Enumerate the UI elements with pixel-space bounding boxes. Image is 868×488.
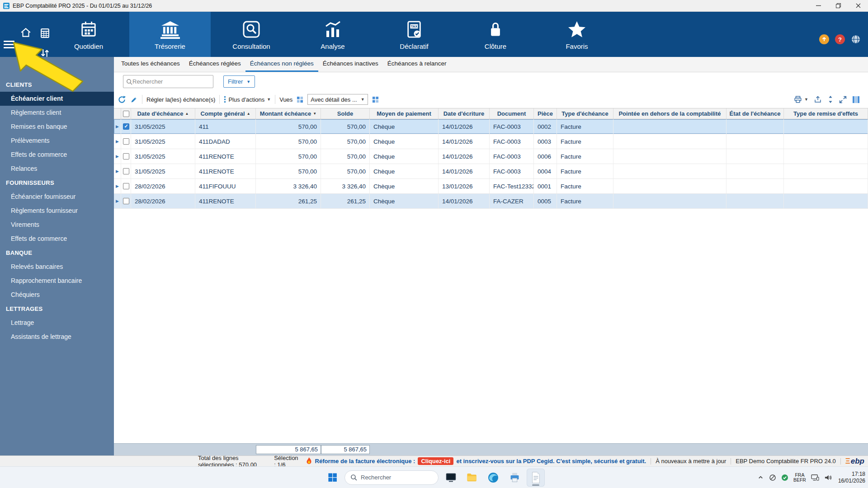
sidebar-item-rapprochement-bancaire[interactable]: Rapprochement bancaire — [0, 274, 114, 288]
module-tresorerie[interactable]: Trésorerie — [129, 12, 211, 57]
taskbar-search[interactable]: Rechercher — [344, 470, 439, 485]
taskbar-app-edge[interactable] — [484, 469, 502, 487]
export-icon[interactable] — [814, 95, 822, 103]
search-box[interactable] — [123, 75, 213, 88]
banner-rest[interactable]: et inscrivez-vous sur la PDP Cegid. C'es… — [456, 458, 646, 465]
sidebar-item-lettrage[interactable]: Lettrage — [0, 316, 114, 330]
column-header-1[interactable]: Compte général▲ — [195, 108, 256, 119]
filter-button[interactable]: Filtrer ▼ — [223, 75, 255, 88]
row-expand[interactable]: ▶ — [114, 194, 121, 208]
tab-1[interactable]: Échéances réglées — [184, 57, 245, 72]
close-button[interactable] — [848, 0, 868, 11]
column-header-4[interactable]: Moyen de paiement — [370, 108, 439, 119]
row-select[interactable] — [121, 119, 131, 134]
refresh-icon[interactable] — [118, 95, 126, 104]
column-header-3[interactable]: Solde — [321, 108, 370, 119]
module-declaratif[interactable]: TAXDéclaratif — [373, 12, 455, 57]
table-row[interactable]: ▶31/05/2025411570,00570,00Chèque14/01/20… — [114, 119, 868, 134]
sidebar-item-prelevements[interactable]: Prélèvements — [0, 134, 114, 148]
row-checkbox[interactable] — [123, 183, 129, 189]
views-grid-icon[interactable] — [297, 96, 303, 103]
tab-0[interactable]: Toutes les échéances — [117, 57, 184, 72]
edit-pencil-icon[interactable] — [130, 96, 138, 103]
status-online-icon[interactable] — [781, 474, 788, 481]
columns-icon[interactable] — [852, 96, 860, 103]
sidebar-item-virements[interactable]: Virements — [0, 218, 114, 232]
module-consultation[interactable]: Consultation — [211, 12, 292, 57]
column-header-0[interactable]: Date d'échéance▲ — [131, 108, 195, 119]
globe-icon[interactable] — [851, 34, 861, 44]
module-cloture[interactable]: Clôture — [455, 12, 536, 57]
table-row[interactable]: ▶28/02/2026411FIFOUUU3 326,403 326,40Chè… — [114, 179, 868, 194]
taskbar-app-ebp[interactable] — [505, 469, 524, 487]
expand-vertical-icon[interactable] — [827, 95, 834, 103]
table-row[interactable]: ▶31/05/2025411RENOTE570,00570,00Chèque14… — [114, 164, 868, 179]
sidebar-item-assistants-de-lettrage[interactable]: Assistants de lettrage — [0, 330, 114, 344]
tab-2[interactable]: Échéances non réglées — [245, 57, 318, 72]
sidebar-item-reglements-client[interactable]: Règlements client — [0, 106, 114, 120]
row-select[interactable] — [121, 179, 131, 193]
row-checkbox[interactable] — [123, 138, 129, 145]
row-select[interactable] — [121, 164, 131, 178]
sidebar-item-releves-bancaires[interactable]: Relevés bancaires — [0, 260, 114, 274]
row-select[interactable] — [121, 149, 131, 164]
regler-echeances-button[interactable]: Régler la(les) échéance(s) — [146, 96, 215, 103]
volume-icon[interactable] — [824, 474, 832, 481]
start-button[interactable] — [323, 469, 341, 487]
updates-indicator[interactable]: À nouveaux à mettre à jour — [656, 458, 726, 465]
help-icon[interactable]: ? — [835, 34, 845, 44]
tab-3[interactable]: Échéances inactives — [318, 57, 383, 72]
calculator-icon[interactable] — [37, 25, 52, 41]
column-header-8[interactable]: Type d'échéance — [557, 108, 613, 119]
module-favoris[interactable]: Favoris — [536, 12, 618, 57]
language-indicator[interactable]: FRA BEFR — [793, 473, 806, 483]
sidebar-item-relances[interactable]: Relances — [0, 162, 114, 176]
row-select[interactable] — [121, 134, 131, 149]
sidebar-item-echeancier-fournisseur[interactable]: Échéancier fournisseur — [0, 190, 114, 204]
search-input[interactable] — [132, 78, 210, 85]
taskbar-app-document[interactable] — [527, 469, 545, 487]
row-expand[interactable]: ▶ — [114, 179, 121, 193]
row-checkbox[interactable] — [123, 123, 129, 130]
clock[interactable]: 17:18 16/01/2026 — [838, 471, 865, 484]
column-header-11[interactable]: Type de remise d'effets — [784, 108, 868, 119]
sidebar-item-effets-de-commerce-fournisseurs[interactable]: Effets de commerce — [0, 232, 114, 246]
table-row[interactable]: ▶31/05/2025411DADAD570,00570,00Chèque14/… — [114, 134, 868, 149]
module-quotidien[interactable]: Quotidien — [48, 12, 129, 57]
row-expand[interactable]: ▶ — [114, 134, 121, 149]
taskbar-app-console[interactable] — [442, 469, 460, 487]
vues-select[interactable]: Avec détail des ... ▼ — [307, 94, 368, 105]
maximize-button[interactable] — [828, 0, 848, 11]
home-icon[interactable] — [18, 25, 33, 41]
row-expand[interactable]: ▶ — [114, 119, 121, 134]
print-button[interactable]: ▼ — [794, 95, 808, 103]
row-checkbox[interactable] — [123, 168, 129, 174]
hamburger-menu-icon[interactable] — [4, 41, 14, 48]
plus-actions-button[interactable]: Plus d'actions ▼ — [224, 96, 271, 103]
notification-icon[interactable] — [819, 34, 829, 44]
module-analyse[interactable]: Analyse — [292, 12, 373, 57]
display-icon[interactable] — [811, 474, 819, 481]
row-checkbox[interactable] — [123, 153, 129, 160]
row-expand[interactable]: ▶ — [114, 149, 121, 164]
select-all-checkbox[interactable] — [123, 111, 129, 117]
sidebar-item-echeancier-client[interactable]: Échéancier client — [0, 92, 114, 106]
table-row[interactable]: ▶28/02/2026411RENOTE261,25261,25Chèque14… — [114, 194, 868, 209]
row-expand[interactable]: ▶ — [114, 164, 121, 178]
row-checkbox[interactable] — [123, 198, 129, 204]
column-header-7[interactable]: Pièce — [534, 108, 557, 119]
chevron-up-icon[interactable] — [757, 474, 764, 481]
column-header-5[interactable]: Date d'écriture — [439, 108, 490, 119]
minimize-button[interactable] — [808, 0, 828, 11]
column-header-10[interactable]: État de l'échéance — [726, 108, 784, 119]
column-header-2[interactable]: Montant échéance▼ — [256, 108, 321, 119]
table-row[interactable]: ▶31/05/2025411RENOTE570,00570,00Chèque14… — [114, 149, 868, 164]
banner-cliquez-ici-button[interactable]: Cliquez-ici — [418, 457, 453, 465]
sidebar-item-chequiers[interactable]: Chéquiers — [0, 288, 114, 302]
sidebar-item-remises-en-banque[interactable]: Remises en banque — [0, 120, 114, 134]
sidebar-item-reglements-fournisseur[interactable]: Règlements fournisseur — [0, 204, 114, 218]
views-manage-icon[interactable] — [372, 96, 379, 103]
header-select-all[interactable] — [121, 108, 131, 119]
column-header-6[interactable]: Document — [490, 108, 534, 119]
column-header-9[interactable]: Pointée en dehors de la comptabilité — [613, 108, 726, 119]
